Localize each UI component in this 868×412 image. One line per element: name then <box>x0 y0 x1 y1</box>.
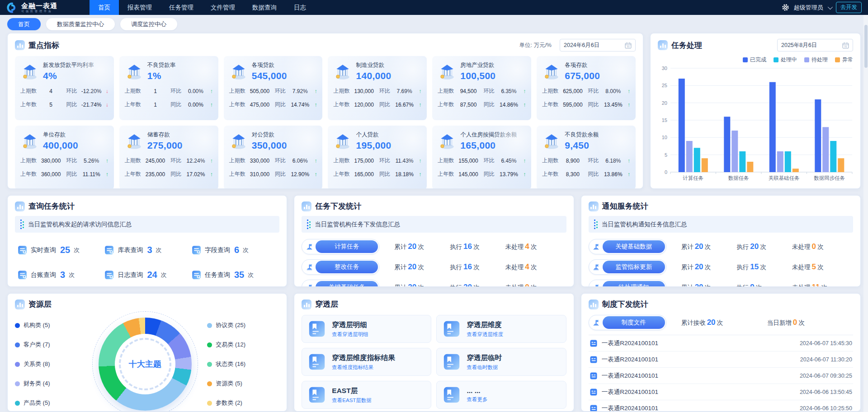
pierce-card[interactable]: EAST层 查看EAST层数据 <box>302 381 431 409</box>
svg-text:0: 0 <box>665 169 667 175</box>
policy-file-pill[interactable]: 制度文件 <box>589 315 666 330</box>
bar-chart-icon <box>589 300 599 309</box>
task-pill-button[interactable]: 计算任务 <box>302 239 379 254</box>
policy-file-row[interactable]: 一表通R2024100101 2024-06-06 13:50:45 <box>589 384 853 400</box>
bookmark-doc-icon <box>442 319 461 338</box>
legend-item[interactable]: 已完成 <box>743 56 766 64</box>
query-label: 字段查询 <box>205 246 230 254</box>
task-pill-button[interactable]: 关键基础数据 <box>589 239 666 254</box>
pierce-card-link[interactable]: 查看更多 <box>467 396 487 403</box>
pending-stat: 未处理0次 <box>792 242 853 251</box>
policy-file-row[interactable]: 一表通R2024100101 2024-06-06 10:25:50 <box>589 400 853 412</box>
policy-file-row[interactable]: 一表通R2024100101 2024-06-07 09:30:25 <box>589 368 853 384</box>
notify-row-list: 关键基础数据 累计20次 执行20次 未处理0次 监管指标更新 累计20次 执行… <box>589 239 853 287</box>
metric-year-row: 上年数120,000同比16.67%↑ <box>333 101 421 108</box>
legend-item[interactable]: 待处理 <box>804 56 828 64</box>
pending-stat: 未处理0次 <box>505 283 566 287</box>
policy-file-row[interactable]: 一表通R2024100101 2024-06-07 15:45:30 <box>589 335 853 351</box>
dispatch-row: 整改任务 累计20次 执行16次 未处理4次 <box>302 259 566 275</box>
metric-prev-row: 上期数505,000环比7.92%↑ <box>229 87 317 95</box>
nav-item[interactable]: 任务管理 <box>160 0 202 15</box>
svg-text:15: 15 <box>662 117 667 123</box>
pierce-card[interactable]: 穿透层维度指标结果 查看维度指标结果 <box>302 348 431 376</box>
metric-prev-row: 上期数245,000环比12.24%↑ <box>125 157 213 164</box>
pierce-card[interactable]: 穿透层明细 查看穿透层明细 <box>302 315 431 343</box>
pierce-card-link[interactable]: 查看穿透层维度 <box>467 331 503 338</box>
bookmark-doc-icon <box>307 352 326 371</box>
svg-text:数据同步任务: 数据同步任务 <box>814 175 845 181</box>
scrollbar-track[interactable] <box>863 15 868 412</box>
chart-legend: 已完成处理中待处理异常 <box>658 56 853 64</box>
metric-year-row: 上年数8,300同比13.86%↑ <box>542 170 630 178</box>
panel-policy-stats: 制度下发统计 制度文件 累计接收20次 当日新增0次 <box>581 293 861 412</box>
legend-item[interactable]: 处理中 <box>774 56 797 64</box>
legend-dot-icon <box>207 342 212 347</box>
panel-title: 任务处理 <box>671 40 702 51</box>
query-label: 任务查询 <box>205 271 230 279</box>
podium-icon <box>590 281 603 287</box>
legend-dot-icon <box>207 323 212 328</box>
query-label: 日志查询 <box>118 271 143 279</box>
pierce-card-link[interactable]: 查看临时数据 <box>467 364 502 371</box>
query-count: 25 <box>60 245 70 255</box>
nav-item[interactable]: 文件管理 <box>202 0 244 15</box>
nav-item[interactable]: 日志 <box>285 0 315 15</box>
nav-item[interactable]: 报表管理 <box>119 0 160 15</box>
task-pill-button[interactable]: 监管指标更新 <box>589 259 666 275</box>
user-menu[interactable]: 超级管理员 <box>794 4 823 12</box>
bank-icon <box>438 131 457 150</box>
go-develop-button[interactable]: 去开发 <box>836 2 862 13</box>
task-pill-button[interactable]: 待处理通知 <box>589 280 666 287</box>
tab[interactable]: 数据质量监控中心 <box>46 18 115 30</box>
file-name: 一表通R2024100101 <box>602 339 796 347</box>
donut-legend-item: 协议类 (25) <box>207 321 279 329</box>
pierce-card-link[interactable]: 查看EAST层数据 <box>332 397 372 404</box>
pierce-card[interactable]: 穿透层维度 查看穿透层维度 <box>436 315 566 343</box>
file-timestamp: 2024-06-07 15:45:30 <box>800 340 852 346</box>
metric-title: 新发放贷款平均利率 <box>43 61 94 69</box>
svg-text:计算任务: 计算任务 <box>683 175 703 181</box>
pierce-card-link[interactable]: 查看穿透层明细 <box>332 331 368 338</box>
task-pill-button[interactable]: 关键基础任务 <box>302 280 379 287</box>
gear-icon[interactable] <box>782 4 789 11</box>
tab[interactable]: 首页 <box>7 18 41 30</box>
svg-text:5: 5 <box>665 152 667 158</box>
bar-chart-icon <box>15 201 25 211</box>
panel-title: 制度下发统计 <box>602 299 648 309</box>
metric-card: 房地产业贷款 100,500 上期数94,500环比6.35%↑ 上年数87,5… <box>432 56 531 120</box>
policy-file-row[interactable]: 一表通R2024100101 2024-06-07 11:30:20 <box>589 351 853 368</box>
legend-item[interactable]: 异常 <box>835 56 853 64</box>
nav-item[interactable]: 首页 <box>90 0 119 15</box>
chevron-down-icon[interactable] <box>827 4 832 9</box>
file-name: 一表通R2024100101 <box>602 356 796 364</box>
metric-card: 不良贷款率 1% 上期数1环比0.00%↑ 上年数1同比0.00%↑ <box>119 56 218 120</box>
bar-chart-icon <box>302 300 311 309</box>
bank-icon <box>125 62 144 81</box>
dispatch-row: 计算任务 累计20次 执行16次 未处理4次 <box>302 239 566 254</box>
policy-file-list: 一表通R2024100101 2024-06-07 15:45:30 一表通R2… <box>589 335 853 412</box>
pierce-card[interactable]: ... ... 查看更多 <box>436 381 566 409</box>
panel-subtitle: 当日监管机构通知任务信息汇总 <box>589 216 853 233</box>
exec-stat: 执行16次 <box>450 242 505 251</box>
exec-stat: 执行20次 <box>736 242 792 251</box>
pierce-card-link[interactable]: 查看维度指标结果 <box>332 364 395 371</box>
metric-card: 新发放贷款平均利率 4% 上期数4环比-12.20%↓ 上年数5同比-21.74… <box>15 56 114 120</box>
scrollbar-thumb[interactable] <box>864 25 868 68</box>
pierce-card[interactable]: 穿透层临时 查看临时数据 <box>436 348 566 376</box>
file-timestamp: 2024-06-06 10:25:50 <box>800 405 852 412</box>
svg-text:10: 10 <box>662 135 667 140</box>
task-pill-button[interactable]: 整改任务 <box>302 259 379 275</box>
metric-title: 个人贷款 <box>356 131 391 139</box>
metric-title: 不良贷款率 <box>147 61 176 69</box>
task-date-picker[interactable]: 2025年8月6日 31 <box>777 39 853 52</box>
panel-pierce-layer: 穿透层 穿透层明细 查看穿透层明细 穿透层维度 查看 <box>294 293 574 412</box>
dispatch-row: 待处理通知 累计20次 执行9次 未处理11次 <box>589 280 853 287</box>
query-doc-icon <box>104 269 115 281</box>
exec-stat: 执行20次 <box>450 283 505 287</box>
bar-chart-icon <box>589 201 599 211</box>
metrics-date-picker[interactable]: 2024年6月6日 31 <box>560 39 636 52</box>
donut-legend-item: 参数类 (2) <box>207 399 279 407</box>
nav-item[interactable]: 数据查询 <box>244 0 285 15</box>
query-unit: 次 <box>74 246 80 254</box>
tab[interactable]: 调度监控中心 <box>120 18 177 30</box>
